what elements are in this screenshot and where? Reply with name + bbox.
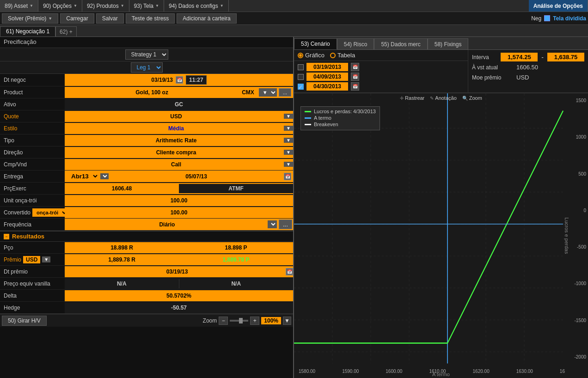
product-label: Product	[0, 88, 65, 97]
tab-add[interactable]: 62) +	[55, 26, 77, 37]
solver-button[interactable]: Solver (Prêmio) ▼	[2, 13, 58, 24]
ativo-label: Ativo	[0, 100, 65, 109]
entrega-date: 05/07/13	[110, 173, 282, 180]
product-btn[interactable]: ...	[279, 88, 291, 97]
girar-button[interactable]: 50) Girar H/V	[2, 316, 47, 326]
x-label-1580: 1580.00	[299, 369, 315, 374]
menu-opcoes[interactable]: 90) Opções ▼	[38, 0, 82, 12]
legend-item-atermo: A termo	[305, 115, 376, 121]
menu-produtos[interactable]: 92) Produtos ▼	[82, 0, 129, 12]
radio-tabela-label: Tabela	[337, 52, 355, 59]
tab-risco[interactable]: 54) Risco	[337, 38, 374, 49]
unit-label: Unit onça-trói	[0, 196, 65, 205]
entrega-select[interactable]: Abr13	[67, 171, 99, 181]
unit-row: Unit onça-trói 100.00	[0, 195, 293, 207]
radio-group: Gráfico Tabela	[298, 52, 355, 59]
date-checkbox-1[interactable]	[298, 64, 304, 70]
hedge-value: -50.57	[65, 302, 293, 313]
tipo-dropdown[interactable]: ▼	[284, 138, 293, 143]
tab-fixings[interactable]: 58) Fixings	[428, 38, 469, 49]
tool-anotacao[interactable]: ✎ Anotação	[430, 95, 456, 101]
date-input-3[interactable]	[306, 82, 348, 91]
entrega-calendar[interactable]: 📅	[284, 173, 291, 180]
neg-checkbox[interactable]	[544, 15, 550, 21]
resultados-title: Resultados	[12, 233, 44, 240]
radio-tabela-circle	[330, 53, 336, 58]
zoom-plus-button[interactable]: +	[250, 317, 259, 325]
freq-dropdown[interactable]: ▼	[268, 220, 277, 228]
entrega-label: Entrega	[0, 172, 65, 181]
tool-rastrear[interactable]: ✛ Rastrear	[400, 95, 424, 101]
tool-zoom[interactable]: 🔍 Zoom	[462, 95, 482, 101]
menu-dados[interactable]: 94) Dados e configs ▼	[164, 0, 229, 12]
menu-analise[interactable]: Análise de Opções	[529, 0, 588, 12]
premio-value2: 1,889.78 P	[179, 255, 293, 264]
x-label-1600: 1600.00	[386, 369, 402, 374]
tab-negociacao-1[interactable]: 61) Negociação 1	[0, 26, 55, 37]
menu-produtos-arrow: ▼	[121, 4, 124, 8]
legend-color-pnl	[305, 111, 311, 112]
legend-item-breakeven: Breakeven	[305, 122, 376, 127]
freq-value: Diário	[68, 221, 266, 228]
y-label-n1500: -1500	[567, 318, 586, 323]
product-dropdown[interactable]: ▼	[259, 88, 277, 97]
direcao-dropdown[interactable]: ▼	[284, 150, 293, 155]
tab-cenario[interactable]: 53) Cenário	[294, 38, 337, 49]
cmpvnd-dropdown[interactable]: ▼	[284, 162, 293, 167]
preco-equiv-val1: N/A	[65, 279, 179, 288]
ativo-row: Ativo GC	[0, 98, 293, 110]
strategy-select[interactable]: Strategy 1	[125, 49, 168, 60]
product-value: Gold, 100 oz	[67, 89, 237, 96]
radio-grafico-circle	[298, 53, 303, 58]
leg-select[interactable]: Leg 1	[131, 62, 163, 73]
premio-dropdown[interactable]: ▼	[42, 256, 50, 262]
salvar-button[interactable]: Salvar	[96, 13, 124, 24]
entrega-dropdown[interactable]: ▼	[100, 173, 109, 179]
date-checkbox-2[interactable]	[298, 74, 304, 80]
freq-btn[interactable]: ...	[279, 219, 292, 229]
ativo-value: GC	[65, 99, 293, 110]
main-content: Precificação Strategy 1 Leg 1 Dt negoc 0…	[0, 37, 588, 378]
date-input-1[interactable]	[306, 63, 348, 71]
tela-dividida[interactable]: Tela dividida	[553, 15, 586, 22]
zoom-chart-label: Zoom	[469, 95, 482, 101]
pco-value2: 18.898 P	[179, 243, 293, 252]
interva-label: Interva	[472, 54, 497, 61]
radio-tabela[interactable]: Tabela	[330, 52, 355, 59]
toolbar-right: Neg Tela dividida	[531, 15, 586, 22]
legend-color-atermo	[305, 117, 311, 119]
convertido-value: 100.00	[65, 207, 293, 218]
freq-row: Frequência Diário ▼ ...	[0, 219, 293, 231]
tab-dados-merc[interactable]: 55) Dados merc	[374, 38, 427, 49]
top-menu-bar: 89) Asset ▼ 90) Opções ▼ 92) Produtos ▼ …	[0, 0, 588, 12]
resultados-toggle[interactable]: −	[4, 234, 9, 239]
scroll-down-button[interactable]: ▼	[283, 317, 291, 325]
leg-row: Leg 1	[0, 61, 293, 74]
estilo-dropdown[interactable]: ▼	[284, 126, 293, 131]
dt-negoc-calendar[interactable]: 📅	[176, 76, 183, 84]
scenario-info: Interva 1,574.25 - 1,638.75 À vst atual …	[468, 50, 588, 93]
y-label-0: 0	[567, 208, 586, 213]
date-checkbox-3[interactable]: ✓	[298, 84, 304, 90]
date-input-2[interactable]	[306, 73, 348, 81]
zoom-percent: 100%	[261, 317, 281, 324]
carregar-button[interactable]: Carregar	[60, 13, 94, 24]
menu-tela[interactable]: 93) Tela ▼	[129, 0, 164, 12]
date-cal-1[interactable]: 📅	[351, 63, 359, 71]
info-moe-row: Moe prêmio USD	[472, 73, 584, 82]
date-row-3: ✓ 📅	[298, 82, 464, 91]
pco-label: Pço	[0, 243, 65, 252]
date-cal-3[interactable]: 📅	[351, 82, 359, 91]
carteira-button[interactable]: Adicionar à carteira	[177, 13, 236, 24]
quote-dropdown[interactable]: ▼	[284, 114, 293, 119]
menu-asset[interactable]: 89) Asset ▼	[0, 0, 38, 12]
radio-grafico[interactable]: Gráfico	[298, 52, 325, 59]
zoom-minus-button[interactable]: −	[219, 317, 228, 325]
hedge-row: Hedge -50.57	[0, 302, 293, 314]
date-cal-2[interactable]: 📅	[351, 73, 359, 81]
x-label-1630: 1630.00	[516, 369, 533, 374]
zoom-slider[interactable]	[230, 320, 248, 322]
convertido-select[interactable]: onça-trói	[32, 208, 68, 217]
stress-button[interactable]: Teste de stress	[126, 13, 175, 24]
dt-premio-calendar[interactable]: 📅	[286, 268, 293, 275]
